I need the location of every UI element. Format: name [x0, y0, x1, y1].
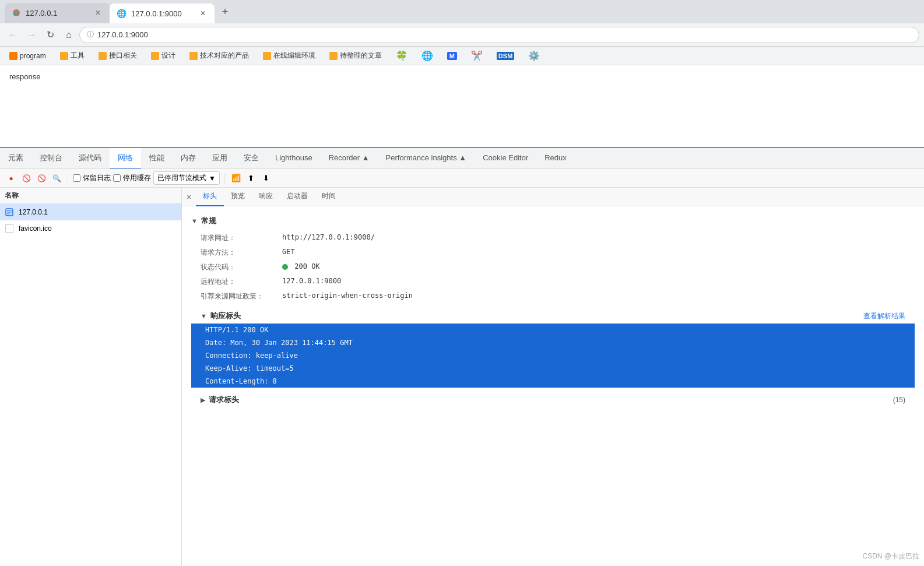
request-headers-section-header[interactable]: ▶ 请求标头	[201, 395, 239, 405]
request-url-label: 请求网址：	[201, 233, 282, 243]
tab-application[interactable]: 应用	[204, 148, 236, 169]
details-tab-headers-label: 标头	[203, 191, 217, 201]
address-bar[interactable]: ⓘ 127.0.0.1:9000	[79, 27, 919, 43]
response-headers-title: 响应标头	[210, 311, 241, 321]
bookmark-articles[interactable]: 待整理的文章	[325, 50, 387, 62]
bookmark-icon-6[interactable]: ⚙️	[524, 49, 544, 62]
tab-sources[interactable]: 源代码	[71, 148, 110, 169]
response-headers-section-header[interactable]: ▼ 响应标头	[201, 311, 241, 321]
bookmark-icon-5-img: DSM	[497, 52, 514, 60]
tab-sources-label: 源代码	[79, 153, 101, 163]
new-tab-button[interactable]: +	[217, 3, 233, 20]
browser-tab-1[interactable]: 🌐 127.0.0.1 ✕	[5, 3, 110, 23]
bookmark-icon-1-img: 🍀	[396, 50, 407, 61]
search-button[interactable]: 🔍	[50, 172, 63, 185]
tab2-close[interactable]: ✕	[198, 9, 208, 18]
response-header-row-1: Date: Mon, 30 Jan 2023 11:44:15 GMT	[191, 336, 915, 349]
bookmark-design[interactable]: 设计	[146, 50, 180, 62]
bookmark-icon-6-img: ⚙️	[528, 50, 540, 61]
bookmark-tools[interactable]: 工具	[55, 50, 89, 62]
wifi-icon-btn[interactable]: 📶	[230, 172, 243, 185]
tab-elements-label: 元素	[8, 153, 23, 163]
devtools-panel: 元素 控制台 源代码 网络 性能 内存 应用 安全 Lighthouse Rec…	[0, 147, 924, 566]
tab1-close[interactable]: ✕	[93, 8, 103, 17]
reload-button[interactable]: ↻	[42, 27, 58, 43]
bookmark-icon-4[interactable]: ✂️	[466, 49, 487, 62]
watermark-text: CSDN @卡皮巴拉	[862, 552, 919, 560]
bookmark-icon-3[interactable]: M	[442, 51, 462, 61]
tab-redux-label: Redux	[544, 153, 567, 162]
bookmark-icon-1[interactable]: 🍀	[391, 49, 412, 62]
bookmark-products-icon	[189, 52, 198, 60]
details-tab-initiator[interactable]: 启动器	[280, 188, 315, 206]
bookmark-icon-2-img: 🌐	[421, 50, 433, 61]
bookmark-icon-4-img: ✂️	[471, 50, 483, 61]
request-headers-toggle-icon: ▶	[201, 396, 205, 404]
network-toolbar: ● 🚫 🚫 🔍 保留日志 停用缓存 已停用节流模式 ▼ 📶 ⬆ ⬇	[0, 169, 924, 188]
devtools-tab-bar: 元素 控制台 源代码 网络 性能 内存 应用 安全 Lighthouse Rec…	[0, 148, 924, 169]
svg-text:🌐: 🌐	[13, 10, 19, 16]
network-item-127[interactable]: 127.0.0.1	[0, 204, 181, 220]
tab-memory[interactable]: 内存	[173, 148, 204, 169]
request-headers-count: (15)	[893, 396, 905, 404]
tab-security[interactable]: 安全	[236, 148, 267, 169]
referrer-policy-value: strict-origin-when-cross-origin	[282, 291, 413, 300]
browser-tab-2[interactable]: 🌐 127.0.0.1:9000 ✕	[110, 3, 215, 23]
response-headers-list: HTTP/1.1 200 OK Date: Mon, 30 Jan 2023 1…	[191, 324, 915, 388]
record-button[interactable]: ●	[5, 172, 17, 185]
tab-redux[interactable]: Redux	[536, 148, 575, 169]
bookmark-api[interactable]: 接口相关	[94, 50, 142, 62]
request-method-row: 请求方法： GET	[191, 245, 915, 260]
tab-network[interactable]: 网络	[110, 148, 141, 169]
tab-recorder[interactable]: Recorder ▲	[321, 148, 378, 169]
bookmark-icon-2[interactable]: 🌐	[417, 49, 438, 62]
tab-lighthouse[interactable]: Lighthouse	[267, 148, 321, 169]
bookmark-editor[interactable]: 在线编辑环境	[258, 50, 320, 62]
bookmark-products[interactable]: 技术对应的产品	[185, 50, 254, 62]
response-header-row-4: Content-Length: 8	[191, 375, 915, 388]
tab-perf-insights-label: Performance insights ▲	[386, 153, 467, 162]
response-headers-title-row: ▼ 响应标头 查看解析结果	[191, 308, 915, 324]
clear-button[interactable]: 🚫	[35, 172, 48, 185]
network-item-favicon[interactable]: favicon.ico	[0, 220, 181, 237]
details-tab-preview-label: 预览	[231, 191, 245, 201]
bookmark-icon-5[interactable]: DSM	[492, 51, 519, 61]
view-parsed-link[interactable]: 查看解析结果	[863, 311, 905, 321]
general-section-header[interactable]: ▼ 常规	[191, 216, 915, 226]
details-tab-timing[interactable]: 时间	[315, 188, 343, 206]
disable-cache-input[interactable]	[113, 174, 121, 182]
tab-performance-label: 性能	[149, 153, 164, 163]
tab2-label: 127.0.0.1:9000	[131, 9, 182, 18]
network-item-127-icon	[5, 208, 14, 217]
tab-console[interactable]: 控制台	[31, 148, 71, 169]
home-button[interactable]: ⌂	[61, 27, 77, 43]
tab-elements[interactable]: 元素	[0, 148, 31, 169]
details-tab-response[interactable]: 响应	[252, 188, 280, 206]
back-button[interactable]: ←	[5, 27, 21, 43]
details-tab-preview[interactable]: 预览	[224, 188, 252, 206]
import-button[interactable]: ⬆	[245, 172, 258, 185]
request-method-value: GET	[282, 248, 295, 256]
response-header-row-0: HTTP/1.1 200 OK	[191, 324, 915, 336]
details-panel: × 标头 预览 响应 启动器 时间	[182, 188, 924, 566]
throttle-select[interactable]: 已停用节流模式 ▼	[153, 171, 220, 185]
tab-application-label: 应用	[212, 153, 227, 163]
stop-button[interactable]: 🚫	[20, 172, 33, 185]
bookmark-program[interactable]: program	[5, 51, 51, 61]
tab-cookie-editor[interactable]: Cookie Editor	[475, 148, 536, 169]
tab-security-label: 安全	[244, 153, 259, 163]
tab-network-label: 网络	[118, 153, 133, 163]
preserve-log-checkbox[interactable]: 保留日志	[73, 173, 111, 183]
details-close-button[interactable]: ×	[187, 192, 191, 202]
remote-address-value: 127.0.0.1:9000	[282, 277, 341, 285]
details-tab-headers[interactable]: 标头	[196, 188, 224, 206]
preserve-log-input[interactable]	[73, 174, 80, 182]
tab-perf-insights[interactable]: Performance insights ▲	[378, 148, 475, 169]
export-button[interactable]: ⬇	[260, 172, 273, 185]
network-item-favicon-label: favicon.ico	[19, 224, 52, 233]
request-url-row: 请求网址： http://127.0.0.1:9000/	[191, 231, 915, 245]
tab-performance[interactable]: 性能	[141, 148, 173, 169]
preserve-log-label: 保留日志	[83, 173, 111, 183]
disable-cache-checkbox[interactable]: 停用缓存	[113, 173, 151, 183]
forward-button[interactable]: →	[23, 27, 40, 43]
